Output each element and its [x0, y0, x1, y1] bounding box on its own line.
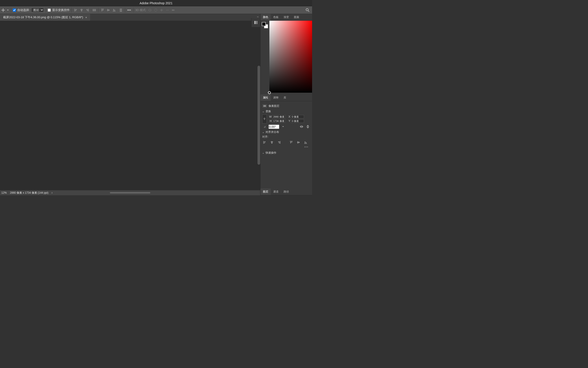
prop-align-top-icon[interactable]: [289, 140, 294, 145]
separator: [11, 8, 11, 13]
tab-swatches[interactable]: 色板: [271, 14, 281, 20]
panel-collapse-icon[interactable]: ‹‹: [257, 15, 259, 18]
height-input[interactable]: [272, 119, 285, 123]
auto-select-input[interactable]: [13, 9, 16, 12]
distribute-v-icon[interactable]: [119, 8, 123, 12]
flip-vertical-icon[interactable]: [305, 124, 310, 129]
fg-bg-swatch[interactable]: [260, 21, 269, 93]
status-arrow-icon[interactable]: ›: [52, 191, 52, 194]
svg-rect-9: [93, 9, 94, 11]
3d-roll-icon: [153, 8, 158, 12]
tab-properties[interactable]: 属性: [260, 94, 271, 101]
svg-rect-3: [81, 9, 82, 11]
tab-gradients[interactable]: 渐变: [281, 14, 291, 20]
more-options-icon[interactable]: •••: [127, 8, 132, 12]
svg-point-24: [149, 9, 151, 11]
options-bar: 自动选择: 图层 显示变换控件 ••• 3D 模式:: [0, 6, 312, 14]
x-input[interactable]: [291, 115, 304, 119]
svg-rect-41: [278, 141, 280, 142]
svg-rect-18: [113, 11, 115, 11]
align-right-icon[interactable]: [85, 8, 90, 12]
search-icon[interactable]: [305, 8, 310, 12]
svg-rect-49: [304, 143, 307, 144]
y-label: Y: [287, 120, 290, 123]
svg-rect-47: [298, 141, 298, 144]
layers-panel-tabs: 图层 通道 路径: [260, 188, 312, 195]
tab-channels[interactable]: 通道: [271, 188, 281, 195]
section-align[interactable]: 对齐并分布: [262, 130, 310, 134]
tab-layers[interactable]: 图层: [260, 188, 271, 195]
svg-rect-34: [263, 141, 264, 144]
prop-align-bottom-icon[interactable]: [303, 140, 308, 145]
status-dims[interactable]: 2880 像素 x 1734 像素 (144 ppi): [10, 191, 48, 195]
move-tool-icon[interactable]: [1, 8, 5, 12]
y-input[interactable]: [291, 119, 304, 123]
tab-color[interactable]: 颜色: [260, 14, 271, 20]
properties-panel: 像素图层 变换 ⚲ W X H Y ⊿ 对齐并分布: [260, 101, 312, 188]
svg-rect-46: [297, 142, 300, 143]
svg-rect-2: [75, 10, 76, 11]
prop-align-left-icon[interactable]: [262, 140, 267, 145]
prop-align-hcenter-icon[interactable]: [269, 140, 274, 145]
svg-rect-22: [120, 10, 122, 10]
tab-paths[interactable]: 路径: [281, 188, 291, 195]
align-top-icon[interactable]: [100, 8, 105, 12]
fg-color-swatch[interactable]: [262, 22, 266, 26]
layer-type-label: 像素图层: [269, 104, 279, 108]
angle-chevron-icon[interactable]: [281, 124, 286, 129]
close-tab-icon[interactable]: ×: [85, 16, 87, 19]
svg-rect-21: [120, 9, 122, 9]
width-input[interactable]: [272, 115, 285, 119]
tab-adjustments[interactable]: 调整: [271, 94, 281, 101]
auto-select-target-select[interactable]: 图层: [31, 8, 44, 12]
svg-rect-15: [107, 10, 110, 10]
svg-rect-4: [80, 9, 83, 10]
align-bottom-icon[interactable]: [112, 8, 116, 12]
3d-pan-icon: [159, 8, 164, 12]
prop-align-vcenter-icon[interactable]: [296, 140, 301, 145]
auto-select-checkbox[interactable]: 自动选择:: [13, 8, 30, 12]
svg-rect-17: [108, 9, 109, 11]
tab-patterns[interactable]: 图案: [291, 14, 302, 20]
h-label: H: [268, 120, 272, 123]
svg-rect-30: [254, 21, 256, 24]
vertical-scrollbar[interactable]: [257, 66, 260, 165]
collapsed-panel-dock[interactable]: [251, 18, 260, 27]
section-quick-actions[interactable]: 快速操作: [262, 151, 310, 155]
svg-rect-51: [306, 142, 307, 143]
3d-slide-icon: [165, 8, 170, 12]
tab-libraries[interactable]: 库: [281, 94, 289, 101]
flip-horizontal-icon[interactable]: [299, 124, 304, 129]
color-picker-field[interactable]: [269, 21, 312, 93]
svg-rect-42: [279, 143, 280, 143]
angle-input[interactable]: [269, 125, 279, 129]
separator: [133, 8, 133, 13]
align-buttons-row: [262, 140, 310, 145]
prop-align-right-icon[interactable]: [277, 140, 281, 145]
align-left-icon[interactable]: [73, 8, 78, 12]
svg-rect-8: [87, 10, 88, 11]
svg-rect-11: [95, 9, 96, 11]
tool-preset-chevron-icon[interactable]: [7, 8, 9, 12]
more-align-icon[interactable]: •••: [262, 145, 310, 150]
align-label: 对齐:: [262, 135, 310, 139]
svg-point-28: [306, 9, 308, 11]
svg-rect-10: [94, 9, 95, 11]
align-vcenter-icon[interactable]: [106, 8, 111, 12]
pixel-layer-icon: [262, 104, 267, 108]
section-transform[interactable]: 变换: [262, 110, 310, 113]
svg-rect-31: [256, 21, 257, 24]
status-zoom[interactable]: 12%: [1, 191, 7, 194]
angle-icon: ⊿: [262, 124, 267, 129]
show-transform-checkbox[interactable]: 显示变换控件: [48, 8, 70, 12]
align-hcenter-icon[interactable]: [79, 8, 84, 12]
svg-rect-5: [81, 10, 82, 11]
document-tab[interactable]: 截屏2022-03-18 下午4.36.00.png @ 0.115% (图层 …: [0, 14, 90, 21]
canvas-area[interactable]: [0, 21, 260, 190]
show-transform-input[interactable]: [48, 9, 51, 12]
horizontal-scrollbar[interactable]: [110, 192, 150, 193]
svg-line-29: [308, 10, 309, 12]
link-wh-icon[interactable]: ⚲: [262, 114, 267, 123]
distribute-h-icon[interactable]: [92, 8, 97, 12]
svg-rect-7: [86, 9, 88, 10]
